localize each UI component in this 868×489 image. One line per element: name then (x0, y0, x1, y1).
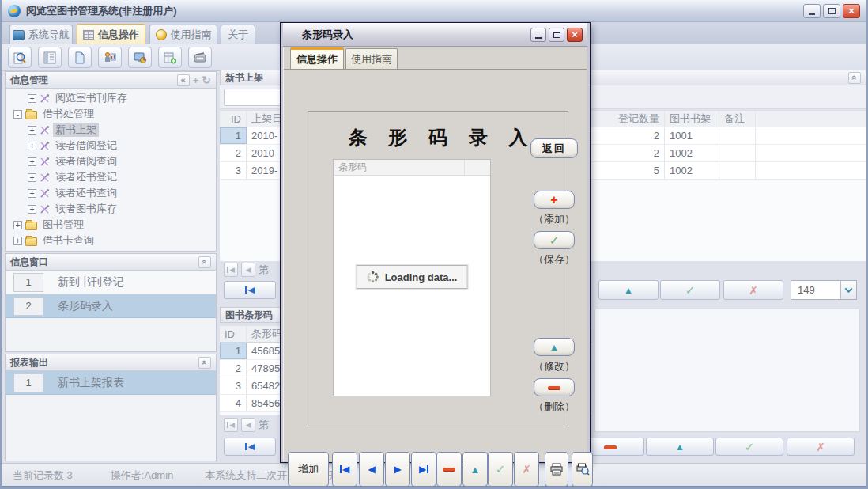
tree-item[interactable]: + 新书上架 (6, 122, 216, 138)
add-button[interactable]: 增加 (288, 452, 329, 487)
collapse-left-icon[interactable]: « (177, 74, 190, 86)
first-record-button[interactable]: ◀ (224, 281, 276, 299)
tree-item[interactable]: - 借书处管理 (6, 106, 216, 122)
tree-item[interactable]: + 读者还书查询 (6, 185, 216, 201)
barcode-entry-dialog: 条形码录入 × 信息操作 使用指南 条 形 码 录 入 返回 (280, 22, 591, 463)
tree-item[interactable]: + 借书卡查询 (6, 233, 216, 248)
barcode-groupbox: 条 形 码 录 入 返回 条形码 (308, 111, 568, 426)
first-record-button[interactable]: ◀ (332, 452, 357, 487)
tree-item[interactable]: + 读者图书库存 (6, 201, 216, 217)
panel-info-management-header: 信息管理 « + ↻ (6, 72, 216, 89)
form-view-button[interactable] (38, 47, 62, 68)
tab-about[interactable]: 关于 (221, 25, 255, 44)
tree-item-label: 借书卡查询 (40, 233, 96, 248)
tree-expander-icon[interactable]: + (28, 142, 36, 150)
first-page-icon[interactable]: ◀ (224, 263, 238, 277)
minimize-button[interactable] (803, 4, 821, 18)
tree-item[interactable]: + 图书管理 (6, 217, 216, 233)
tab-user-guide[interactable]: 使用指南 (149, 25, 217, 44)
first-record-button[interactable]: ◀ (224, 438, 276, 456)
list-item[interactable]: 1 新到书刊登记 (6, 271, 216, 294)
panel-info-window: 信息窗口 « 1 新到书刊登记 2 条形码录入 (5, 253, 217, 352)
tree-expander-icon[interactable]: + (28, 173, 36, 182)
barcode-entry-grid[interactable]: 条形码 Loading data... (333, 159, 491, 396)
tree-item[interactable]: + 读者还书登记 (6, 169, 216, 185)
edit-button[interactable]: ▲ (598, 280, 659, 300)
collapse-up-icon[interactable]: « (848, 72, 861, 84)
restore-button[interactable] (823, 4, 840, 18)
prev-record-button[interactable]: ◀ (359, 452, 384, 487)
next-record-button[interactable]: ▶ (385, 452, 410, 487)
detail-panel (594, 309, 860, 432)
tree-item-label: 读者借阅登记 (53, 138, 119, 153)
add-row-button[interactable]: + (534, 191, 575, 209)
chevron-down-icon[interactable] (840, 281, 856, 299)
user-chart-button[interactable] (98, 47, 122, 68)
add-icon[interactable]: + (193, 74, 199, 86)
tree-expander-icon[interactable]: - (13, 110, 22, 119)
edit-button[interactable]: ▲ (462, 452, 488, 487)
save-button[interactable]: ✓ (715, 438, 783, 456)
print-preview-button[interactable] (572, 452, 593, 487)
list-item[interactable]: 2 条形码录入 (6, 294, 216, 318)
return-button[interactable]: 返回 (530, 138, 578, 158)
records-per-page-combo[interactable]: 149 (791, 280, 857, 300)
prev-page-icon[interactable]: ◀ (241, 263, 255, 277)
dialog-title: 条形码录入 (302, 28, 353, 42)
monitor-report-button[interactable] (128, 47, 152, 68)
save-button[interactable]: ✓ (488, 452, 513, 487)
tab-info-operations[interactable]: 信息操作 (77, 24, 145, 44)
cancel-button[interactable]: ✗ (514, 452, 539, 487)
first-page-icon[interactable]: ◀ (224, 418, 238, 432)
document-icon (73, 51, 87, 65)
collapse-up-icon[interactable]: « (198, 357, 211, 369)
close-button[interactable]: × (843, 4, 860, 18)
list-item[interactable]: 1 新书上架报表 (6, 371, 216, 395)
printer-icon (549, 463, 564, 476)
dialog-minimize-button[interactable] (530, 28, 546, 42)
preview-button[interactable] (8, 47, 32, 68)
list-item-number: 1 (13, 273, 43, 292)
tree-expander-icon[interactable]: + (28, 157, 36, 166)
plus-icon: + (550, 194, 557, 207)
folder-icon (25, 222, 37, 230)
tree-expander-icon[interactable]: + (28, 94, 36, 103)
tab-system-nav[interactable]: 系统导航 (9, 25, 73, 44)
tree-item-label: 读者图书库存 (53, 202, 119, 216)
delete-button[interactable] (436, 452, 462, 487)
edit-row-button[interactable]: ▲ (534, 338, 575, 356)
collapse-up-icon[interactable]: « (198, 256, 211, 268)
print-preview-icon (576, 463, 590, 476)
form-icon (43, 51, 57, 65)
tree-item[interactable]: + 阅览室书刊库存 (6, 90, 216, 106)
save-button[interactable]: ✓ (660, 280, 720, 300)
last-record-button[interactable]: ▶ (411, 452, 436, 487)
tree-item[interactable]: + 读者借阅登记 (6, 138, 216, 154)
tree-expander-icon[interactable]: + (28, 189, 36, 198)
prev-page-icon[interactable]: ◀ (241, 418, 255, 432)
edit-button[interactable]: ▲ (646, 438, 714, 456)
info-tree: + 阅览室书刊库存 - 借书处管理 + 新书上架 (6, 89, 216, 250)
device-button[interactable] (188, 47, 212, 68)
save-rows-button[interactable]: ✓ (534, 231, 575, 249)
tree-expander-icon[interactable]: + (13, 237, 22, 245)
tree-expander-icon[interactable]: + (28, 205, 36, 214)
dialog-close-button[interactable]: × (567, 28, 583, 42)
dialog-titlebar[interactable]: 条形码录入 × (283, 23, 587, 47)
status-message: 本系统支持二次开发和全新开发! (205, 468, 352, 483)
cancel-button[interactable]: ✗ (723, 280, 783, 300)
print-button[interactable] (545, 452, 568, 487)
tree-item[interactable]: + 读者借阅查询 (6, 154, 216, 169)
refresh-icon[interactable]: ↻ (202, 74, 211, 86)
list-item-label: 条形码录入 (58, 299, 113, 313)
cancel-button[interactable]: ✗ (787, 438, 855, 456)
tree-expander-icon[interactable]: + (13, 221, 22, 229)
dialog-tab-user-guide[interactable]: 使用指南 (345, 48, 398, 69)
dialog-tab-info-operations[interactable]: 信息操作 (290, 47, 344, 69)
dialog-maximize-button[interactable] (549, 28, 564, 42)
tree-expander-icon[interactable]: + (28, 126, 36, 135)
add-record-button[interactable] (158, 47, 182, 68)
document-button[interactable] (68, 47, 92, 68)
tool-icon (40, 188, 50, 199)
delete-row-button[interactable] (534, 378, 575, 396)
